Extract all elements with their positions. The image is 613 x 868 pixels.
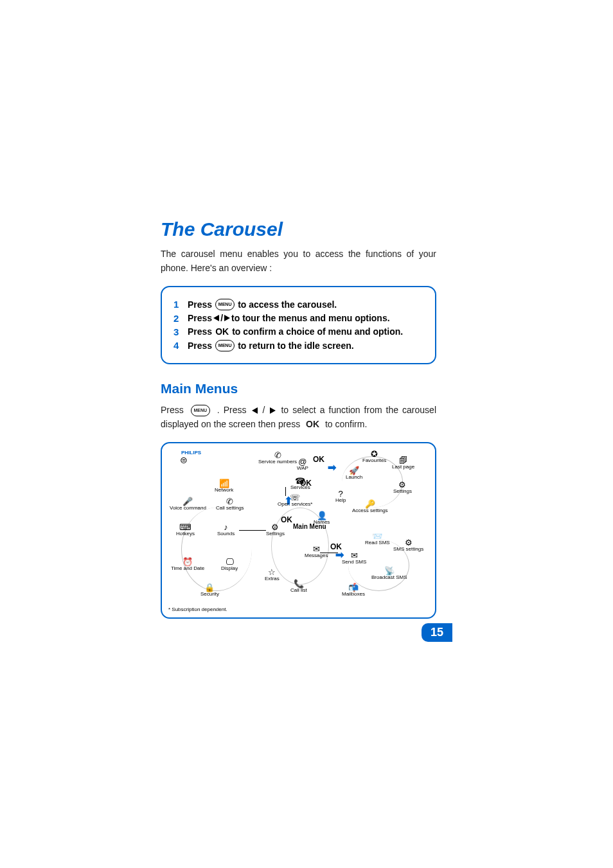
- diagram-footnote: * Subscription dependent.: [168, 607, 227, 612]
- node-wap: @WAP: [297, 457, 308, 472]
- right-arrow-icon: [270, 407, 276, 414]
- node-voice-command: 🎤Voice command: [170, 497, 206, 511]
- page-number-badge: 15: [422, 623, 452, 642]
- step-3: 3 Press OK to confirm a choice of menu a…: [173, 326, 423, 337]
- steps-box: 1 Press MENU to access the carousel. 2 P…: [161, 286, 436, 364]
- left-arrow-icon: [213, 315, 219, 321]
- step-1: 1 Press MENU to access the carousel.: [173, 299, 423, 310]
- carousel-diagram: PHILIPS ⊜ Main Menu OK OK OK OK ➡ ➡ ➡ ✆S…: [161, 442, 436, 619]
- section-heading: Main Menus: [161, 381, 436, 396]
- body-pre: Press: [161, 405, 188, 415]
- node-service-numbers: ✆Service numbers: [258, 451, 297, 465]
- left-arrow-icon: [252, 407, 258, 414]
- ok-label: OK: [313, 455, 324, 464]
- body-mid2: /: [263, 405, 269, 415]
- menu-icon: MENU: [215, 340, 235, 351]
- intro-text: The carousel menu enables you to access …: [161, 247, 436, 276]
- body-mid1: . Press: [217, 405, 251, 415]
- step-text-pre: Press: [188, 326, 212, 337]
- slash: /: [220, 313, 223, 323]
- ok-icon: OK: [215, 326, 229, 337]
- step-num: 1: [173, 299, 188, 310]
- philips-shield-icon: ⊜: [180, 455, 188, 465]
- menu-icon: MENU: [215, 299, 235, 310]
- step-num: 3: [173, 326, 188, 337]
- step-num: 2: [173, 313, 188, 324]
- node-oper-services: ☏Oper. services*: [278, 493, 312, 508]
- step-num: 4: [173, 340, 188, 351]
- step-text-post: to confirm a choice of menu and option.: [232, 326, 403, 337]
- page-title: The Carousel: [161, 218, 436, 240]
- arrow-right-icon: ➡: [328, 461, 336, 474]
- step-text-post: to return to the idle screen.: [238, 341, 353, 351]
- step-text-post: to tour the menus and menu options.: [231, 313, 390, 323]
- step-2: 2 Press / to tour the menus and menu opt…: [173, 313, 423, 324]
- step-text-pre: Press: [188, 299, 212, 310]
- step-text-pre: Press: [188, 341, 212, 351]
- node-services: ☎Services: [290, 477, 310, 491]
- body-post: to confirm.: [325, 419, 367, 429]
- node-network: 📶Network: [215, 479, 233, 493]
- body-text: Press MENU . Press / to select a functio…: [161, 403, 436, 432]
- menu-icon: MENU: [191, 405, 210, 416]
- step-text-post: to access the carousel.: [238, 299, 337, 310]
- right-arrow-icon: [224, 315, 230, 321]
- step-4: 4 Press MENU to return to the idle scree…: [173, 340, 423, 351]
- step-text-pre: Press: [188, 313, 212, 323]
- ok-icon: OK: [306, 419, 319, 429]
